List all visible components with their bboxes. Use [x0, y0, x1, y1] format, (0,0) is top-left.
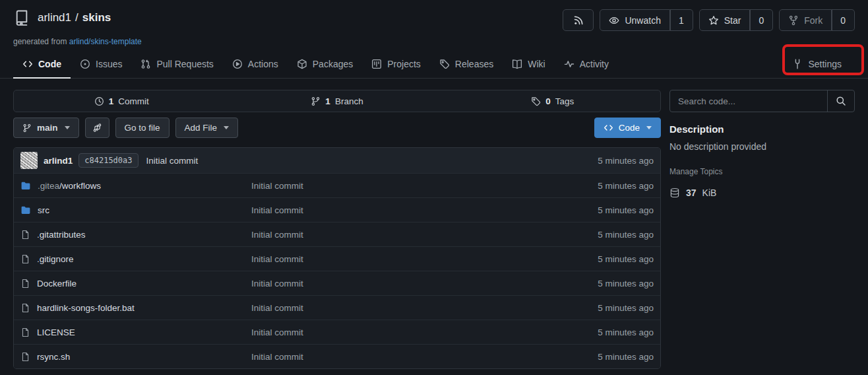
tab-releases[interactable]: Releases — [430, 51, 503, 79]
file-icon — [20, 279, 30, 289]
add-file-button[interactable]: Add File — [175, 118, 239, 138]
repo-icon — [13, 9, 30, 26]
file-link[interactable]: LICENSE — [20, 327, 251, 337]
repo-size-value: 37 — [686, 188, 697, 198]
file-link[interactable]: .gitattributes — [20, 230, 251, 240]
compare-button[interactable] — [85, 118, 109, 138]
commit-message-link[interactable]: Initial commit — [146, 156, 199, 166]
manage-topics-link[interactable]: Manage Topics — [669, 167, 723, 176]
tab-code[interactable]: Code — [13, 51, 71, 79]
repo-owner-link[interactable]: arlind1 — [38, 11, 71, 24]
tab-projects-label: Projects — [387, 59, 421, 69]
fork-button-group: Fork 0 — [779, 9, 855, 31]
repo-size-unit: KiB — [702, 188, 717, 198]
file-commit-message[interactable]: Initial commit — [251, 303, 598, 313]
file-commit-message[interactable]: Initial commit — [251, 327, 598, 337]
file-icon — [20, 230, 30, 240]
tab-packages-label: Packages — [313, 59, 353, 69]
generated-from-line: generated from arlind/skins-template — [13, 37, 855, 46]
commit-hash-badge[interactable]: c84215d0a3 — [78, 153, 138, 168]
table-row: LICENSE Initial commit 5 minutes ago — [14, 320, 660, 344]
tab-issues[interactable]: Issues — [71, 51, 131, 79]
code-icon — [22, 59, 33, 69]
watch-button-group: Unwatch 1 — [600, 9, 693, 31]
file-commit-message[interactable]: Initial commit — [251, 352, 598, 362]
file-commit-message[interactable]: Initial commit — [251, 230, 598, 240]
tab-settings[interactable]: Settings — [783, 51, 851, 79]
repo-name-link[interactable]: skins — [82, 11, 111, 24]
tab-packages[interactable]: Packages — [288, 51, 362, 79]
file-commit-time: 5 minutes ago — [598, 303, 654, 313]
tab-issues-label: Issues — [96, 59, 122, 69]
table-row: Dockerfile Initial commit 5 minutes ago — [14, 271, 660, 295]
tab-pull-requests[interactable]: Pull Requests — [131, 51, 222, 79]
commit-time: 5 minutes ago — [598, 156, 654, 166]
template-repo-link[interactable]: arlind/skins-template — [69, 37, 142, 46]
file-commit-message[interactable]: Initial commit — [251, 254, 598, 264]
file-link[interactable]: .gitignore — [20, 254, 251, 264]
unwatch-button[interactable]: Unwatch — [600, 9, 669, 31]
forks-count[interactable]: 0 — [832, 9, 855, 31]
star-icon — [708, 15, 719, 26]
file-link[interactable]: Dockerfile — [20, 279, 251, 289]
tab-actions-label: Actions — [248, 59, 278, 69]
commits-count: 1 — [109, 96, 114, 106]
tags-stat[interactable]: 0 Tags — [445, 90, 660, 112]
search-icon — [836, 96, 846, 106]
file-link[interactable]: src — [20, 205, 251, 215]
description-title: Description — [669, 123, 855, 135]
watchers-count[interactable]: 1 — [670, 9, 693, 31]
file-link[interactable]: rsync.sh — [20, 352, 251, 362]
stars-count[interactable]: 0 — [750, 9, 773, 31]
file-commit-message[interactable]: Initial commit — [251, 181, 598, 191]
file-link[interactable]: .gitea/workflows — [20, 180, 251, 191]
search-input[interactable] — [670, 90, 827, 112]
commits-stat[interactable]: 1 Commit — [14, 90, 230, 112]
code-icon — [604, 123, 613, 133]
star-button[interactable]: Star — [699, 9, 751, 31]
file-name: .gitattributes — [37, 230, 86, 240]
file-commit-time: 5 minutes ago — [598, 327, 654, 337]
rss-icon — [573, 15, 584, 26]
go-to-file-button[interactable]: Go to file — [115, 118, 170, 138]
book-open-icon — [512, 59, 522, 69]
branch-selector[interactable]: main — [13, 118, 79, 138]
pull-request-icon — [140, 59, 151, 69]
tab-activity[interactable]: Activity — [555, 51, 618, 79]
file-commit-message[interactable]: Initial commit — [251, 279, 598, 289]
file-icon — [20, 303, 30, 313]
file-commit-message[interactable]: Initial commit — [251, 205, 598, 215]
tab-wiki-label: Wiki — [528, 59, 545, 69]
tab-projects[interactable]: Projects — [362, 51, 430, 79]
file-commit-time: 5 minutes ago — [598, 352, 654, 362]
code-button-label: Code — [619, 123, 640, 133]
history-icon — [94, 96, 104, 106]
branch-icon — [311, 96, 321, 106]
file-icon — [20, 327, 30, 337]
chevron-down-icon — [224, 126, 229, 129]
file-link[interactable]: hardlink-songs-folder.bat — [20, 303, 251, 313]
rss-button[interactable] — [563, 9, 594, 31]
commit-author-link[interactable]: arlind1 — [44, 156, 73, 166]
code-search-box — [669, 90, 855, 112]
chevron-down-icon — [646, 126, 652, 129]
fork-label: Fork — [804, 15, 822, 26]
tab-actions[interactable]: Actions — [223, 51, 288, 79]
tab-wiki[interactable]: Wiki — [503, 51, 554, 79]
code-download-button[interactable]: Code — [594, 118, 661, 138]
repo-action-buttons: Unwatch 1 Star 0 — [563, 9, 855, 31]
branches-stat[interactable]: 1 Branch — [230, 90, 445, 112]
table-row: .gitattributes Initial commit 5 minutes … — [14, 222, 660, 246]
commits-label: Commit — [118, 96, 149, 106]
database-icon — [669, 188, 680, 198]
repo-header: arlind1 / skins — [0, 0, 868, 46]
fork-button[interactable]: Fork — [779, 9, 832, 31]
play-circle-icon — [232, 59, 243, 69]
pulse-icon — [564, 59, 574, 69]
avatar[interactable] — [20, 152, 38, 169]
unwatch-label: Unwatch — [625, 15, 660, 26]
file-name: LICENSE — [37, 327, 75, 337]
file-commit-time: 5 minutes ago — [598, 279, 654, 289]
main-column: 1 Commit 1 Branch 0 — [13, 90, 661, 369]
search-button[interactable] — [827, 90, 854, 112]
